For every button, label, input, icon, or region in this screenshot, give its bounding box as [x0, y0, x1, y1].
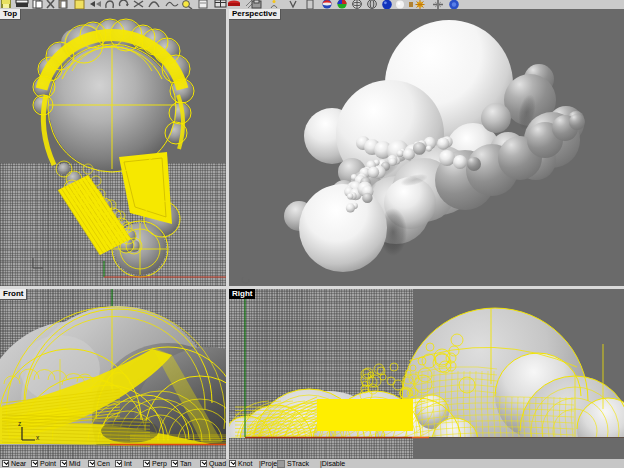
svg-text:z: z: [18, 420, 21, 427]
